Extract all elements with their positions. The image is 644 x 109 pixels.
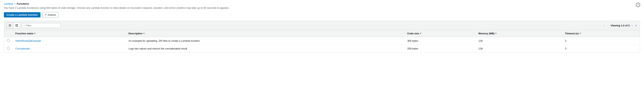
table-row: Concatenate Logs two values and returns … [4, 45, 640, 53]
breadcrumb-lambda-link[interactable]: Lambda [4, 2, 13, 5]
pagination-first-button[interactable]: « [603, 23, 606, 27]
row-radio-1[interactable] [7, 47, 10, 50]
grid-icon [15, 24, 18, 27]
breadcrumb-separator: > [14, 2, 16, 5]
breadcrumb: Lambda > Functions [4, 2, 640, 5]
table-toolbar-left: ▿ [6, 22, 61, 28]
list-icon [8, 24, 12, 27]
row-timeout: 3 [562, 37, 640, 45]
table-header-description: Description [126, 30, 404, 37]
sort-arrow-memory [495, 33, 497, 34]
row-timeout: 3 [562, 45, 640, 53]
filter-input-wrap: ▿ [22, 23, 61, 28]
top-toolbar: Create a Lambda function Actions [4, 12, 640, 18]
row-select-cell[interactable] [4, 45, 13, 53]
pagination-prev-button[interactable]: ‹ [607, 23, 610, 27]
table-header-code-size: Code size [404, 30, 476, 37]
row-memory: 128 [476, 37, 562, 45]
table-header-timeout: Timeout (s) [562, 30, 640, 37]
row-memory: 128 [476, 45, 562, 53]
row-function-name: Concatenate [13, 45, 126, 53]
table-header-row: Function name Description [4, 30, 640, 37]
row-code-size: 305 bytes [404, 37, 476, 45]
table-toolbar: ▿ « ‹ Viewing 1-2 of 2 › » [4, 21, 640, 30]
row-function-name: HelloWorldZipExample [13, 37, 126, 45]
function-name-link-0[interactable]: HelloWorldZipExample [15, 39, 41, 42]
grid-view-button[interactable] [13, 23, 20, 28]
filter-input[interactable] [26, 24, 59, 27]
function-name-link-1[interactable]: Concatenate [15, 47, 30, 50]
pagination-text: Viewing 1-2 of 2 [611, 24, 630, 27]
table-header-select [4, 30, 13, 37]
help-icon[interactable]: ? [636, 3, 640, 7]
row-code-size: 259 bytes [404, 45, 476, 53]
list-view-button[interactable] [6, 23, 13, 28]
functions-table: Function name Description [4, 30, 640, 52]
sort-arrow-description [143, 33, 145, 34]
sort-arrow-timeout [580, 33, 581, 34]
row-select-cell[interactable] [4, 37, 13, 45]
actions-arrow-icon [45, 14, 46, 15]
sort-arrow-name [34, 33, 36, 34]
row-description: Logs two values and returns the concaten… [126, 45, 404, 53]
breadcrumb-functions: Functions [17, 2, 29, 5]
row-description: An example for uploading .ZIP files to c… [126, 37, 404, 45]
table-row: HelloWorldZipExample An example for uplo… [4, 37, 640, 45]
row-radio-0[interactable] [7, 39, 10, 42]
create-lambda-button[interactable]: Create a Lambda function [4, 12, 40, 17]
description-text: You have 2 Lambda function(s) using 564 … [4, 6, 640, 9]
functions-table-section: ▿ « ‹ Viewing 1-2 of 2 › » [4, 21, 640, 53]
actions-button[interactable]: Actions [42, 12, 58, 18]
pagination-last-button[interactable]: » [634, 23, 638, 27]
sort-arrow-code-size [420, 33, 422, 34]
actions-button-label: Actions [48, 13, 56, 16]
table-header-memory: Memory (MB) [476, 30, 562, 37]
filter-icon: ▿ [24, 24, 25, 27]
view-toggle [6, 22, 20, 28]
table-toolbar-right: « ‹ Viewing 1-2 of 2 › » [603, 23, 638, 27]
table-header-function-name: Function name [13, 30, 126, 37]
pagination-next-button[interactable]: › [631, 23, 634, 27]
